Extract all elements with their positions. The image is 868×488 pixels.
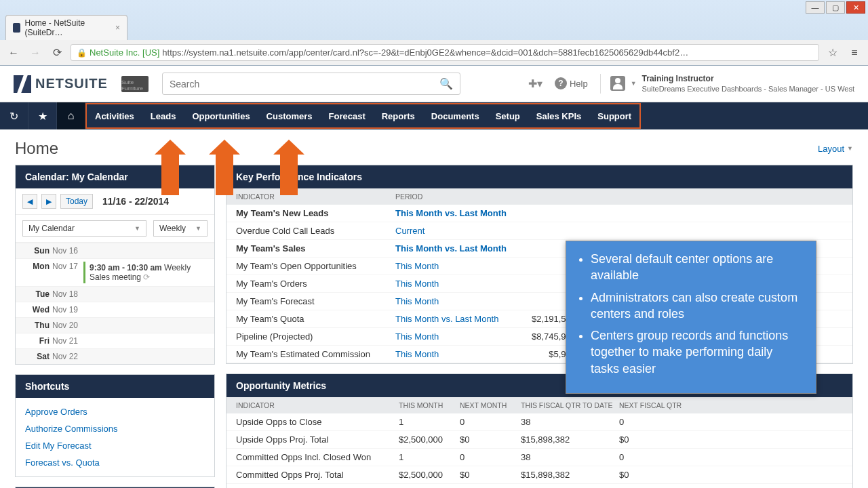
opp-row[interactable]: Commit Override$0$0$4,000,000$0 bbox=[226, 484, 852, 488]
shortcuts-portlet: Shortcuts Approve OrdersAuthorize Commis… bbox=[15, 374, 215, 477]
opp-row[interactable]: Upside Opps Proj. Total$2,500,000$0$15,8… bbox=[226, 431, 852, 449]
calendar-day[interactable]: ThuNov 20 bbox=[16, 317, 214, 333]
window-close-button[interactable]: ✕ bbox=[846, 1, 865, 14]
bookmark-star-icon[interactable]: ☆ bbox=[825, 45, 841, 61]
search-input[interactable] bbox=[170, 79, 439, 89]
user-menu[interactable]: ▼ Training Instructor SuiteDreams Execut… bbox=[600, 74, 854, 94]
kpi-row[interactable]: My Team's New LeadsThis Month vs. Last M… bbox=[226, 205, 852, 222]
day-date: Nov 22 bbox=[52, 352, 78, 361]
kpi-period[interactable]: This Month bbox=[395, 349, 517, 359]
nav-item-sales-kpis[interactable]: Sales KPIs bbox=[528, 104, 590, 127]
calendar-event[interactable]: 9:30 am - 10:30 am Weekly Sales meeting … bbox=[83, 262, 208, 283]
opp-cell: $0 bbox=[619, 470, 701, 480]
calendar-day[interactable]: WedNov 19 bbox=[16, 302, 214, 317]
kpi-header-indicator: INDICATOR bbox=[236, 192, 395, 201]
help-icon: ? bbox=[555, 77, 567, 89]
view-select[interactable]: Weekly ▼ bbox=[153, 220, 208, 237]
chevron-down-icon: ▼ bbox=[847, 145, 853, 152]
calendar-day[interactable]: FriNov 21 bbox=[16, 333, 214, 348]
app-header: NETSUITE Suite Furniture 🔍 ✚▾ ? Help ▼ T… bbox=[0, 66, 868, 102]
nav-item-activities[interactable]: Activities bbox=[87, 104, 142, 127]
shortcut-link[interactable]: Approve Orders bbox=[22, 403, 208, 420]
day-of-week: Fri bbox=[39, 336, 50, 346]
reload-button[interactable]: ⟳ bbox=[49, 45, 65, 61]
calendar-day[interactable]: TueNov 18 bbox=[16, 286, 214, 302]
back-button[interactable]: ← bbox=[5, 45, 22, 61]
shortcut-link[interactable]: Edit My Forecast bbox=[22, 437, 208, 454]
day-date: Nov 18 bbox=[52, 289, 78, 299]
window-maximize-button[interactable]: ▢ bbox=[826, 1, 845, 14]
netsuite-logo[interactable]: NETSUITE bbox=[14, 75, 108, 93]
opp-row[interactable]: Upside Opps to Close10380 bbox=[226, 413, 852, 431]
calendar-select-value: My Calendar bbox=[28, 224, 75, 233]
tooltip-bullet: Centers group records and functions toge… bbox=[591, 327, 802, 377]
day-of-week: Thu bbox=[35, 321, 50, 330]
kpi-period[interactable]: This Month vs. Last Month bbox=[395, 208, 517, 218]
view-select-value: Weekly bbox=[159, 224, 186, 233]
nav-item-setup[interactable]: Setup bbox=[488, 104, 528, 127]
nav-item-customers[interactable]: Customers bbox=[258, 104, 321, 127]
day-date: Nov 17 bbox=[52, 262, 78, 271]
home-icon[interactable]: ⌂ bbox=[57, 102, 85, 129]
help-button[interactable]: ? Help bbox=[555, 77, 588, 89]
window-minimize-button[interactable]: — bbox=[806, 1, 825, 14]
nav-item-documents[interactable]: Documents bbox=[423, 104, 488, 127]
opp-cell: Upside Opps to Close bbox=[236, 417, 399, 427]
shortcut-link[interactable]: Authorize Commissions bbox=[22, 420, 208, 437]
nav-item-support[interactable]: Support bbox=[589, 104, 639, 127]
calendar-prev-button[interactable]: ◀ bbox=[22, 194, 37, 209]
kpi-period[interactable]: This Month vs. Last Month bbox=[395, 314, 517, 324]
company-logo[interactable]: Suite Furniture bbox=[121, 76, 149, 92]
browser-chrome: — ▢ ✕ Home - NetSuite (SuiteDr… × ← → ⟳ … bbox=[0, 0, 868, 66]
opp-header-indicator: INDICATOR bbox=[236, 401, 399, 409]
nav-item-opportunities[interactable]: Opportunities bbox=[184, 104, 258, 127]
day-of-week: Sun bbox=[34, 246, 50, 256]
opp-row[interactable]: Committed Opps Proj. Total$2,500,000$0$1… bbox=[226, 466, 852, 484]
annotation-arrow bbox=[161, 153, 179, 195]
kpi-row[interactable]: Overdue Cold Call LeadsCurrent bbox=[226, 222, 852, 240]
day-of-week: Mon bbox=[33, 262, 50, 271]
today-button[interactable]: Today bbox=[60, 194, 93, 209]
info-tooltip: Several default center options are avail… bbox=[566, 241, 816, 394]
day-date: Nov 20 bbox=[52, 321, 78, 330]
refresh-icon: ⟳ bbox=[143, 272, 150, 282]
calendar-next-button[interactable]: ▶ bbox=[41, 194, 56, 209]
create-new-icon[interactable]: ✚▾ bbox=[528, 77, 542, 90]
browser-menu-icon[interactable]: ≡ bbox=[846, 45, 863, 61]
opp-cell: Committed Opps Incl. Closed Won bbox=[236, 452, 399, 462]
nav-item-reports[interactable]: Reports bbox=[374, 104, 423, 127]
opp-cell: $0 bbox=[460, 434, 521, 445]
calendar-select[interactable]: My Calendar ▼ bbox=[22, 220, 146, 237]
opp-cell: $2,500,000 bbox=[399, 470, 460, 480]
browser-tab[interactable]: Home - NetSuite (SuiteDr… × bbox=[5, 15, 127, 40]
layout-button[interactable]: Layout ▼ bbox=[818, 144, 853, 154]
tab-close-icon[interactable]: × bbox=[115, 23, 120, 33]
favorites-star-icon[interactable]: ★ bbox=[28, 102, 57, 129]
url-path: https://system.na1.netsuite.com/app/cent… bbox=[162, 47, 688, 58]
kpi-portlet-title: Key Performance Indicators bbox=[226, 165, 852, 188]
chevron-down-icon: ▼ bbox=[195, 225, 201, 232]
kpi-period[interactable]: This Month bbox=[395, 279, 517, 289]
calendar-day[interactable]: SatNov 22 bbox=[16, 348, 214, 364]
day-of-week: Wed bbox=[33, 305, 50, 314]
url-field[interactable]: 🔒 NetSuite Inc. [US] https://system.na1.… bbox=[71, 44, 819, 61]
nav-item-leads[interactable]: Leads bbox=[142, 104, 184, 127]
global-search[interactable]: 🔍 bbox=[162, 73, 460, 95]
opp-cell: $15,898,382 bbox=[521, 470, 619, 480]
opp-cell: $0 bbox=[619, 434, 701, 445]
kpi-period[interactable]: This Month bbox=[395, 331, 517, 342]
user-role: SuiteDreams Executive Dashboards - Sales… bbox=[642, 84, 854, 94]
kpi-period[interactable]: This Month bbox=[395, 261, 517, 271]
kpi-period[interactable]: This Month bbox=[395, 296, 517, 306]
calendar-day[interactable]: SunNov 16 bbox=[16, 243, 214, 258]
shortcut-link[interactable]: Forecast vs. Quota bbox=[22, 454, 208, 471]
search-icon[interactable]: 🔍 bbox=[439, 77, 453, 90]
day-of-week: Tue bbox=[36, 289, 50, 299]
kpi-period[interactable]: Current bbox=[395, 226, 517, 236]
calendar-day[interactable]: MonNov 179:30 am - 10:30 am Weekly Sales… bbox=[16, 258, 214, 286]
history-icon[interactable]: ↻ bbox=[0, 102, 28, 129]
kpi-period[interactable]: This Month vs. Last Month bbox=[395, 243, 517, 253]
nav-item-forecast[interactable]: Forecast bbox=[321, 104, 374, 127]
opp-row[interactable]: Committed Opps Incl. Closed Won10380 bbox=[226, 449, 852, 466]
event-time: 9:30 am - 10:30 am bbox=[90, 263, 162, 272]
